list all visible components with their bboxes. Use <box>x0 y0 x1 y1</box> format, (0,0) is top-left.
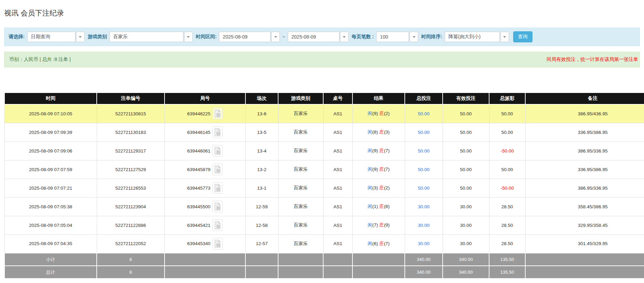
summary-round <box>165 253 245 266</box>
table-row: 2025-08-09 07:05:38522721123904639445500… <box>4 197 644 216</box>
video-file-icon[interactable] <box>212 238 223 250</box>
summary-count: 8 <box>97 266 165 279</box>
chevron-down-icon[interactable] <box>271 32 280 42</box>
filter-field-date-range: 时间区间: 2025-08-09 ~ 2025-08-09 <box>196 32 349 42</box>
cell-total-bet[interactable]: 50.00 <box>405 179 443 197</box>
chevron-down-icon[interactable] <box>340 32 349 42</box>
cell-remark: 358.45/386.95 <box>525 197 644 216</box>
currency-total-text: 币别：人民币 | 总共 :8 注单 | <box>9 56 71 63</box>
video-file-icon[interactable] <box>212 145 223 157</box>
column-header: 场次 <box>245 93 278 104</box>
chevron-down-icon[interactable] <box>76 32 85 42</box>
total-bet-link[interactable]: 50.00 <box>418 111 430 116</box>
total-bet-link[interactable]: 30.00 <box>418 204 430 209</box>
column-header: 结果 <box>352 93 405 104</box>
video-file-icon[interactable] <box>212 126 223 138</box>
round-id: 639445340 <box>187 241 211 246</box>
result-banker: 庄 <box>379 167 384 172</box>
total-bet-link[interactable]: 50.00 <box>418 167 430 172</box>
result-banker: 庄 <box>379 185 384 190</box>
result-player: 闲 <box>368 185 372 190</box>
total-bet-link[interactable]: 50.00 <box>418 148 430 154</box>
page-title: 视讯 会员下注纪录 <box>4 8 640 18</box>
result-player: 闲 <box>368 111 372 116</box>
search-button[interactable]: 查询 <box>513 31 532 42</box>
cell-table-no: AS1 <box>323 197 352 216</box>
filter-field-time-sort: 时间排序: 降冪(由大到小) <box>421 32 509 42</box>
cell-valid-bet: 50.00 <box>443 179 489 197</box>
cell-game-type: 百家乐 <box>278 104 323 123</box>
cell-time: 2025-08-09 07:07:21 <box>4 179 97 197</box>
cell-round-id: 639445421 <box>165 216 245 234</box>
cell-session: 13-6 <box>245 104 278 123</box>
chevron-down-icon[interactable] <box>410 32 418 42</box>
summary-count: 8 <box>97 253 165 266</box>
chevron-down-icon[interactable] <box>500 32 509 42</box>
cell-result: 闲(9) 庄(2) <box>352 104 405 123</box>
cell-game-type: 百家乐 <box>278 197 323 216</box>
date-range-label: 时间区间: <box>196 34 217 40</box>
cell-payout: 28.50 <box>489 234 525 253</box>
total-bet-link[interactable]: 30.00 <box>418 241 430 246</box>
cell-total-bet[interactable]: 30.00 <box>405 234 443 253</box>
cell-table-no: AS1 <box>323 104 352 123</box>
filter-field-game-type: 游戏类别 百家乐 <box>88 32 193 42</box>
cell-payout: 28.50 <box>489 216 525 234</box>
video-file-icon[interactable] <box>212 108 223 119</box>
summary-payout: 135.50 <box>489 266 525 279</box>
cell-bet-id: 522721129317 <box>97 142 165 160</box>
cell-valid-bet: 50.00 <box>443 142 489 160</box>
time-sort-select[interactable]: 降冪(由大到小) <box>445 32 509 42</box>
summary-label: 小计 <box>4 253 97 266</box>
page-size-value: 100 <box>376 32 409 42</box>
filter-field-page-size: 每页笔数 : 100 <box>352 32 419 42</box>
video-file-icon[interactable] <box>212 164 223 175</box>
cell-session: 12-57 <box>245 234 278 253</box>
cell-time: 2025-08-09 07:05:04 <box>4 216 97 234</box>
bet-records-table-wrap: 时间注单编号局号场次游戏类别桌号结果总投注有效投注总派彩备注 2025-08-0… <box>4 92 640 279</box>
cell-total-bet[interactable]: 50.00 <box>405 160 443 179</box>
query-type-select[interactable]: 日期查询 <box>27 32 85 42</box>
date-from-select[interactable]: 2025-08-09 <box>219 32 280 42</box>
cell-total-bet[interactable]: 30.00 <box>405 216 443 234</box>
summary-remark <box>525 266 644 279</box>
total-bet-link[interactable]: 30.00 <box>418 223 430 228</box>
chevron-down-icon[interactable] <box>184 32 193 42</box>
total-bet-link[interactable]: 50.00 <box>418 186 430 191</box>
round-id: 639445773 <box>187 186 211 191</box>
video-file-icon[interactable] <box>212 201 223 212</box>
cell-total-bet[interactable]: 50.00 <box>405 104 443 123</box>
cell-valid-bet: 30.00 <box>443 216 489 234</box>
cell-payout: 50.00 <box>489 104 525 123</box>
table-row: 2025-08-09 07:04:35522721122052639445340… <box>4 234 644 253</box>
cell-round-id: 639445500 <box>165 197 245 216</box>
game-type-label: 游戏类别 <box>88 34 107 40</box>
cell-payout: 50.00 <box>489 160 525 179</box>
cell-session: 12-58 <box>245 216 278 234</box>
cell-total-bet[interactable]: 50.00 <box>405 123 443 142</box>
total-bet-link[interactable]: 50.00 <box>418 130 430 135</box>
result-player: 闲 <box>368 222 372 228</box>
column-header: 局号 <box>165 93 245 104</box>
game-type-select[interactable]: 百家乐 <box>109 32 193 42</box>
cell-remark: 301.45/329.95 <box>525 234 644 253</box>
cell-total-bet[interactable]: 30.00 <box>405 197 443 216</box>
cell-game-type: 百家乐 <box>278 216 323 234</box>
cell-round-id: 639445879 <box>165 160 245 179</box>
video-file-icon[interactable] <box>212 219 223 231</box>
video-file-icon[interactable] <box>212 182 223 194</box>
query-type-label: 请选择: <box>9 34 25 40</box>
cell-total-bet[interactable]: 50.00 <box>405 142 443 160</box>
summary-valid-bet: 340.00 <box>443 253 489 266</box>
cell-result: 闲(8) 庄(3) <box>352 123 405 142</box>
cell-round-id: 639445773 <box>165 179 245 197</box>
result-banker: 庄 <box>379 204 384 209</box>
date-to-select[interactable]: 2025-08-09 <box>288 32 349 42</box>
cell-remark: 386.95/336.95 <box>525 142 644 160</box>
cell-payout: 28.50 <box>489 197 525 216</box>
cell-time: 2025-08-09 07:10:05 <box>4 104 97 123</box>
cell-game-type: 百家乐 <box>278 160 323 179</box>
time-sort-label: 时间排序: <box>421 34 442 40</box>
table-header-row: 时间注单编号局号场次游戏类别桌号结果总投注有效投注总派彩备注 <box>4 93 644 104</box>
page-size-select[interactable]: 100 <box>376 32 418 42</box>
